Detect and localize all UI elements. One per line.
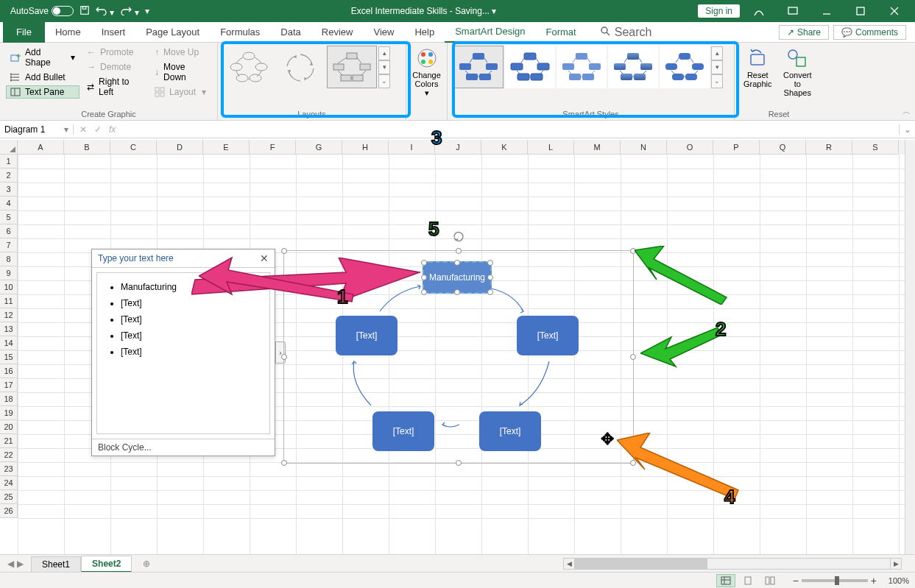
tab-home[interactable]: Home <box>45 22 91 43</box>
column-header[interactable]: R <box>806 140 852 155</box>
move-down-button[interactable]: ↓Move Down <box>150 60 211 84</box>
horizontal-scrollbar[interactable]: ◀▶ <box>563 558 902 570</box>
smartart-shape-5[interactable]: [Text] <box>372 411 434 451</box>
column-header[interactable]: K <box>481 140 528 155</box>
sheet-nav-next-icon[interactable]: ▶ <box>17 559 24 569</box>
change-colors-button[interactable]: ChangeColors ▾ <box>412 46 441 99</box>
sheet-nav-prev-icon[interactable]: ◀ <box>7 559 14 569</box>
zoom-in-button[interactable]: + <box>871 575 877 587</box>
row-header[interactable]: 6 <box>0 224 18 238</box>
fx-icon[interactable]: fx <box>109 124 116 135</box>
zoom-slider[interactable] <box>802 579 868 582</box>
tab-data[interactable]: Data <box>270 22 311 43</box>
text-pane-item[interactable]: [Text] <box>121 327 261 344</box>
row-header[interactable]: 10 <box>0 280 18 294</box>
row-header[interactable]: 13 <box>0 322 18 336</box>
add-shape-button[interactable]: Add Shape▾ <box>6 46 80 69</box>
layouts-gallery-expand[interactable]: ▴▾⌄ <box>378 46 390 88</box>
save-icon[interactable] <box>80 5 90 18</box>
column-header[interactable]: B <box>64 140 110 155</box>
tab-insert[interactable]: Insert <box>91 22 136 43</box>
promote-button[interactable]: ←Promote <box>82 46 147 59</box>
minimize-button[interactable] <box>812 0 841 22</box>
ribbon-display-icon[interactable] <box>778 0 808 22</box>
column-header[interactable]: M <box>574 140 621 155</box>
row-header[interactable]: 7 <box>0 238 18 252</box>
row-header[interactable]: 24 <box>0 476 18 490</box>
style-option-3[interactable] <box>557 46 607 88</box>
share-button[interactable]: ↗Share <box>779 25 829 40</box>
view-page-break-button[interactable] <box>760 574 780 587</box>
row-header[interactable]: 22 <box>0 448 18 462</box>
zoom-level[interactable]: 100% <box>880 576 909 585</box>
row-header[interactable]: 9 <box>0 266 18 280</box>
text-pane-item[interactable]: [Text] <box>121 344 261 360</box>
row-header[interactable]: 26 <box>0 504 18 518</box>
enter-fx-icon[interactable]: ✓ <box>94 124 102 135</box>
right-to-left-button[interactable]: ⇄Right to Left <box>82 75 147 99</box>
row-header[interactable]: 1 <box>0 155 18 169</box>
text-pane-item[interactable]: [Text] <box>121 311 261 327</box>
zoom-out-button[interactable]: − <box>793 575 799 587</box>
convert-to-shapes-button[interactable]: Convertto Shapes <box>778 46 817 99</box>
row-header[interactable]: 23 <box>0 462 18 476</box>
row-header[interactable]: 25 <box>0 490 18 504</box>
row-header[interactable]: 5 <box>0 210 18 224</box>
row-header[interactable]: 21 <box>0 434 18 448</box>
row-header[interactable]: 4 <box>0 196 18 210</box>
column-header[interactable]: E <box>203 140 250 155</box>
column-header[interactable]: I <box>389 140 435 155</box>
tab-smartart-design[interactable]: SmartArt Design <box>445 22 535 43</box>
column-header[interactable]: O <box>667 140 713 155</box>
undo-icon[interactable]: ▾ <box>96 5 114 18</box>
column-header[interactable]: L <box>528 140 574 155</box>
style-option-4[interactable] <box>608 46 658 88</box>
column-header[interactable]: D <box>157 140 203 155</box>
search-input[interactable]: Search <box>615 26 652 39</box>
signin-button[interactable]: Sign in <box>698 4 740 18</box>
row-header[interactable]: 19 <box>0 406 18 420</box>
coming-soon-icon[interactable] <box>744 0 774 22</box>
rotate-handle-icon[interactable] <box>452 230 465 244</box>
tab-file[interactable]: File <box>3 22 45 43</box>
add-sheet-button[interactable]: ⊕ <box>138 559 155 569</box>
column-header[interactable]: C <box>110 140 157 155</box>
collapse-ribbon-icon[interactable]: ︿ <box>902 106 911 117</box>
row-header[interactable]: 16 <box>0 364 18 378</box>
name-box[interactable]: Diagram 1▾ <box>0 124 74 135</box>
row-header[interactable]: 17 <box>0 378 18 392</box>
row-header[interactable]: 14 <box>0 336 18 350</box>
cancel-fx-icon[interactable]: ✕ <box>80 124 87 135</box>
tab-help[interactable]: Help <box>404 22 445 43</box>
smartart-shape-4[interactable]: [Text] <box>479 411 541 451</box>
column-header[interactable]: F <box>250 140 296 155</box>
text-pane-button[interactable]: Text Pane <box>6 85 80 99</box>
add-bullet-button[interactable]: Add Bullet <box>6 71 80 84</box>
tab-view[interactable]: View <box>363 22 404 43</box>
maximize-button[interactable] <box>846 0 875 22</box>
layout-option-1[interactable] <box>224 46 274 88</box>
row-header[interactable]: 2 <box>0 169 18 183</box>
tab-format[interactable]: Format <box>536 22 587 43</box>
row-header[interactable]: 15 <box>0 350 18 364</box>
reset-graphic-button[interactable]: ResetGraphic <box>741 46 775 99</box>
close-button[interactable] <box>880 0 909 22</box>
move-up-button[interactable]: ↑Move Up <box>150 46 211 59</box>
style-option-5[interactable] <box>660 46 710 88</box>
tab-page-layout[interactable]: Page Layout <box>135 22 210 43</box>
row-header[interactable]: 11 <box>0 294 18 308</box>
sheet-tab-sheet2[interactable]: Sheet2 <box>81 556 132 573</box>
column-header[interactable]: G <box>296 140 342 155</box>
column-header[interactable]: Q <box>760 140 806 155</box>
comments-button[interactable]: 💬Comments <box>833 25 906 40</box>
redo-icon[interactable]: ▾ <box>120 5 138 18</box>
layout-button[interactable]: Layout▾ <box>150 85 211 99</box>
column-header[interactable]: N <box>621 140 667 155</box>
row-header[interactable]: 18 <box>0 392 18 406</box>
smartart-shape-3[interactable]: [Text] <box>336 316 398 355</box>
layout-option-2[interactable] <box>275 46 325 88</box>
row-header[interactable]: 20 <box>0 420 18 434</box>
search-icon[interactable] <box>600 26 610 39</box>
smartart-shape-2[interactable]: [Text] <box>517 316 579 355</box>
style-option-1[interactable] <box>453 46 504 88</box>
